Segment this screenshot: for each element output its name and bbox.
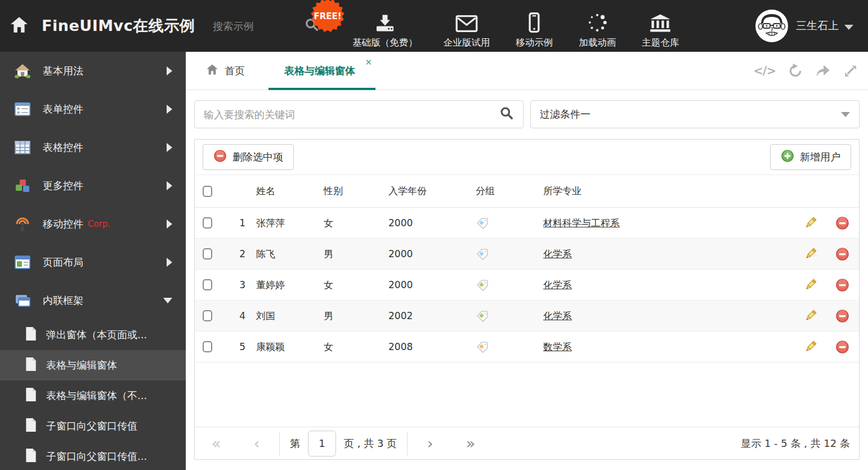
next-page-button[interactable]: › [418,431,442,456]
delete-row-button[interactable] [825,247,859,261]
tab-home[interactable]: 首页 [194,52,255,89]
cell-year: 2008 [386,341,473,352]
brand[interactable]: FineUIMvc在线示例 [0,16,195,36]
row-checkbox[interactable] [203,217,212,229]
avatar [755,10,788,42]
edit-row-button[interactable] [796,278,825,292]
column-header-year[interactable]: 入学年份 [386,185,473,198]
sidebar-item-label: 内联框架 [43,294,83,307]
edit-row-button[interactable] [796,340,825,353]
home-tab-icon [205,64,219,78]
edit-row-button[interactable] [796,216,825,230]
header-search-input[interactable] [213,20,297,32]
sidebar-item-mobile-controls[interactable]: 移动控件 Corp. [0,205,186,243]
cubes-icon [15,178,30,193]
tab-toolbar: </> [753,52,858,89]
nav-label: 加载动画 [579,37,616,49]
grid-panel: 删除选中项 新增用户 姓名 性别 入学年份 分组 所学专业 1 张萍萍 女 [194,139,860,460]
nav-item-theme-repo[interactable]: 主题仓库 [642,3,679,49]
row-checkbox[interactable] [203,310,212,321]
house-icon [15,64,30,78]
prev-page-button[interactable]: ‹ [244,431,269,456]
sidebar-item-form-controls[interactable]: 表单控件 [0,90,186,128]
tag-icon [473,278,541,292]
tab-grid-edit-window[interactable]: 表格与编辑窗体 ✕ [269,52,375,89]
nav-item-basic-edition[interactable]: FREE! 基础版（免费） [352,3,418,49]
share-icon[interactable] [815,64,831,78]
select-all-checkbox[interactable] [203,186,212,197]
row-checkbox[interactable] [203,279,212,290]
major-link[interactable]: 化学系 [543,248,572,259]
nav-item-loading-animation[interactable]: 加载动画 [579,3,616,49]
cell-gender: 女 [321,341,386,353]
sidebar-item-grid-controls[interactable]: 表格控件 [0,128,186,167]
close-icon[interactable]: ✕ [365,57,372,68]
column-header-major[interactable]: 所学专业 [541,185,796,198]
sidebar-item-label: 基本用法 [43,64,83,78]
sidebar-subitem-label: 表格与编辑窗体 [46,359,117,372]
cell-year: 2000 [386,279,473,290]
major-link[interactable]: 化学系 [543,310,572,321]
major-link[interactable]: 化学系 [543,279,572,290]
filter-dropdown[interactable]: 过滤条件一 [530,100,860,128]
delete-row-button[interactable] [825,278,859,292]
cell-gender: 男 [321,310,386,323]
chevron-down-icon [841,112,850,117]
page-icon [25,326,37,343]
first-page-button[interactable]: « [204,431,229,456]
sidebar-subitem-child-to-parent[interactable]: 子窗口向父窗口传值 [0,411,186,441]
page-number-input[interactable] [308,431,336,456]
nav-item-enterprise-trial[interactable]: 企业版试用 [444,3,490,49]
delete-row-button[interactable] [825,309,859,323]
row-checkbox[interactable] [203,341,212,352]
cell-year: 2000 [386,217,473,229]
home-icon [9,16,29,36]
row-checkbox[interactable] [203,248,212,259]
svg-text:FREE!: FREE! [314,11,342,21]
sidebar-item-basic-usage[interactable]: 基本用法 [0,52,186,90]
sidebar-item-page-layout[interactable]: 页面布局 [0,243,186,281]
nav-item-mobile-demo[interactable]: 移动示例 [516,3,553,49]
search-icon[interactable] [499,106,514,123]
keyword-search-input[interactable] [204,109,499,120]
header-search [213,17,320,35]
add-user-button[interactable]: 新增用户 [770,144,851,170]
sidebar-item-inline-frame[interactable]: 内联框架 [0,281,186,320]
tag-icon [473,309,541,323]
delete-selected-button[interactable]: 删除选中项 [203,144,294,170]
cell-name: 董婷婷 [245,279,321,292]
column-header-gender[interactable]: 性别 [321,185,386,198]
grid-toolbar: 删除选中项 新增用户 [195,140,859,175]
user-menu[interactable]: 三生石上 [755,10,868,42]
source-code-icon[interactable]: </> [753,64,776,78]
chevron-right-icon [167,143,172,152]
sidebar: 基本用法 表单控件 表格控件 更多控件 移动控件 Corp. [0,52,186,470]
refresh-icon[interactable] [788,64,803,78]
cell-year: 2002 [386,310,473,321]
sidebar-subitem-grid-edit-window[interactable]: 表格与编辑窗体 [0,350,186,381]
sidebar-item-more-controls[interactable]: 更多控件 [0,167,186,205]
cell-gender: 男 [321,248,386,261]
pager-divider [407,432,408,455]
major-link[interactable]: 材料科学与工程系 [543,217,620,229]
major-link[interactable]: 数学系 [543,341,572,352]
sidebar-subitem-grid-edit-window-2[interactable]: 表格与编辑窗体（不... [0,381,186,411]
chevron-down-icon [844,25,853,30]
edit-row-button[interactable] [796,309,825,323]
form-icon [15,102,30,116]
expand-icon[interactable] [843,64,858,78]
delete-row-button[interactable] [825,216,859,230]
column-header-name[interactable]: 姓名 [245,185,321,198]
antenna-icon [15,216,30,232]
envelope-icon [455,11,478,33]
tab-label: 首页 [225,64,245,78]
sidebar-subitem-child-to-parent-2[interactable]: 子窗口向父窗口传值... [0,441,186,470]
sidebar-subitem-label: 子窗口向父窗口传值... [46,450,147,463]
edit-row-button[interactable] [796,247,825,261]
frames-icon [15,294,30,307]
sidebar-subitem-popup-window[interactable]: 弹出窗体（本页面或... [0,320,186,350]
column-header-group[interactable]: 分组 [473,185,541,198]
last-page-button[interactable]: » [458,431,483,456]
table-icon [15,141,30,154]
delete-row-button[interactable] [825,340,859,354]
